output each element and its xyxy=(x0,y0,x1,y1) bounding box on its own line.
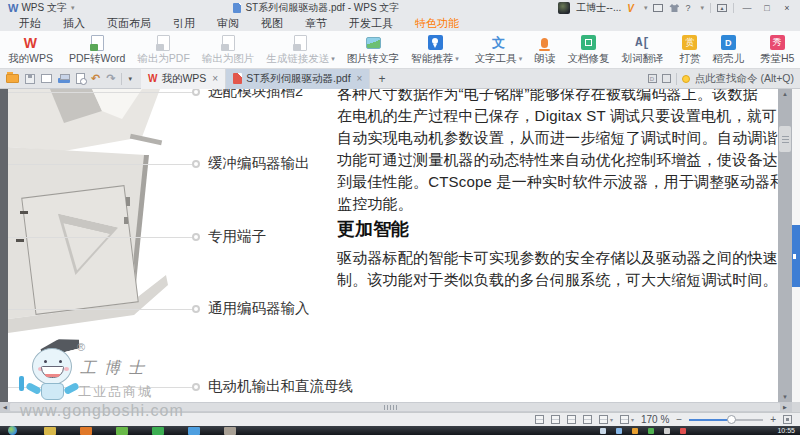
close-button[interactable]: × xyxy=(780,3,794,13)
fullscreen-icon[interactable] xyxy=(783,415,792,424)
microphone-icon xyxy=(541,38,548,48)
outline-view-icon[interactable] xyxy=(567,415,576,424)
vip-badge[interactable]: V xyxy=(627,3,634,14)
menu-tab-references[interactable]: 引用 xyxy=(162,16,206,31)
close-tab-icon[interactable]: × xyxy=(212,73,218,84)
pdf-to-word-icon xyxy=(91,35,104,51)
maximize-button[interactable]: □ xyxy=(760,3,774,13)
menu-tab-review[interactable]: 审阅 xyxy=(206,16,250,31)
ribbon-button-my-wps[interactable]: W 我的WPS xyxy=(2,33,59,67)
ribbon-button-reward[interactable]: 赏 打赏 xyxy=(673,33,706,67)
tray-icon[interactable] xyxy=(616,428,622,434)
document-heading: 更加智能 xyxy=(337,217,787,241)
new-tab-button[interactable]: + xyxy=(370,72,393,86)
page-view-icon[interactable] xyxy=(551,415,560,424)
fit-page-icon[interactable] xyxy=(535,415,544,424)
dropdown-caret-icon: ▾ xyxy=(610,416,613,423)
callout-label: 通用编码器输入 xyxy=(208,299,310,318)
zoom-slider[interactable] xyxy=(689,415,763,424)
open-icon[interactable] xyxy=(6,74,19,83)
text-tools-icon: 文 xyxy=(492,34,505,52)
print-icon[interactable] xyxy=(58,78,70,83)
ribbon-button-read-aloud[interactable]: 朗读 xyxy=(528,33,561,67)
briefcase-icon[interactable] xyxy=(653,4,663,12)
menu-tab-developer[interactable]: 开发工具 xyxy=(338,16,404,31)
xiutang-icon: 秀 xyxy=(770,35,785,50)
customize-toolbar-caret-icon[interactable]: ▾ xyxy=(128,75,135,83)
ribbon-collapse-icon[interactable] xyxy=(662,74,671,83)
ribbon-button-text-tools[interactable]: 文 文字工具▾ xyxy=(469,33,529,67)
find-command-area[interactable]: D 点此查找命令 (Alt+Q) xyxy=(648,72,800,86)
doc-tab-pdf[interactable]: ST系列伺服驱动器.pdf × xyxy=(226,69,370,89)
redo-icon[interactable]: ↷ xyxy=(106,72,115,85)
close-tab-icon[interactable]: × xyxy=(357,73,363,84)
taskbar-app-folder[interactable] xyxy=(44,427,56,435)
wps-logo-icon: W xyxy=(8,2,18,14)
start-button[interactable] xyxy=(8,426,17,435)
ribbon-button-smart-recommend[interactable]: 智能推荐▾ xyxy=(405,33,465,67)
undo-icon[interactable]: ↶ xyxy=(91,72,100,85)
user-name[interactable]: 工博士--... xyxy=(576,1,621,15)
export-icon[interactable] xyxy=(41,74,52,83)
web-view-icon[interactable] xyxy=(583,415,592,424)
tray-icon[interactable] xyxy=(664,428,670,434)
help-caret-icon[interactable]: ▾ xyxy=(700,4,704,12)
menu-tab-page-layout[interactable]: 页面布局 xyxy=(96,16,162,31)
eye-protect-icon[interactable] xyxy=(620,415,629,424)
user-avatar[interactable] xyxy=(558,2,570,14)
tray-icon[interactable] xyxy=(680,428,686,434)
scroll-right-icon[interactable]: ▶ xyxy=(780,402,790,412)
ribbon-button-image-to-text[interactable]: 图片转文字 xyxy=(341,33,406,67)
doc-tab-my-wps[interactable]: W 我的WPS × xyxy=(141,69,226,89)
vertical-scroll-thumb[interactable] xyxy=(779,126,791,152)
ribbon-button-docer[interactable]: D 稻壳儿 xyxy=(706,33,750,67)
save-icon[interactable] xyxy=(25,74,35,84)
page-options-icon[interactable] xyxy=(599,415,608,424)
zoom-out-button[interactable]: − xyxy=(676,414,682,425)
scroll-left-icon[interactable]: ◀ xyxy=(0,402,10,412)
tray-icon[interactable] xyxy=(600,428,606,434)
wps-w-icon: W xyxy=(24,35,37,51)
user-menu-caret-icon[interactable]: ▾ xyxy=(644,4,648,12)
menu-tab-section[interactable]: 章节 xyxy=(294,16,338,31)
document-line: 监控功能。 xyxy=(337,193,787,215)
tray-icon[interactable] xyxy=(632,428,638,434)
taskbar-app-5[interactable] xyxy=(188,427,200,435)
eye-protect-group[interactable]: ▾ xyxy=(620,415,634,424)
doc-mode-icon[interactable]: D xyxy=(648,74,657,83)
callout-dot xyxy=(192,305,200,313)
print-preview-icon[interactable] xyxy=(76,73,85,84)
zoom-in-button[interactable]: + xyxy=(770,414,776,425)
taskbar-app-3[interactable] xyxy=(116,427,128,435)
share-link-icon xyxy=(294,35,307,51)
horizontal-scroll-thumb[interactable] xyxy=(10,403,780,411)
reward-icon: 赏 xyxy=(682,35,697,50)
page-options-group[interactable]: ▾ xyxy=(599,415,613,424)
taskbar-app-4[interactable] xyxy=(152,427,164,435)
ribbon-button-doc-repair[interactable]: 文档修复 xyxy=(561,33,615,67)
menu-tab-home[interactable]: 开始 xyxy=(8,16,52,31)
ribbon-button-xiutang-h5[interactable]: 秀 秀堂H5 xyxy=(754,33,800,67)
skin-icon[interactable] xyxy=(669,4,679,12)
menu-tab-insert[interactable]: 插入 xyxy=(52,16,96,31)
horizontal-scrollbar[interactable]: ◀ ▶ xyxy=(0,402,800,412)
dropdown-caret-icon: ▾ xyxy=(631,416,634,423)
menu-tab-view[interactable]: 视图 xyxy=(250,16,294,31)
zoom-slider-knob[interactable] xyxy=(727,415,736,424)
taskbar-app-2[interactable] xyxy=(80,427,92,435)
tray-icon[interactable] xyxy=(648,428,654,434)
collapsed-panel-tab[interactable] xyxy=(792,225,800,287)
vertical-scrollbar[interactable]: ▲ ▼ xyxy=(778,89,792,402)
scroll-up-icon[interactable]: ▲ xyxy=(778,89,792,99)
help-icon[interactable]: ? xyxy=(685,3,690,13)
restore-up-icon[interactable]: ▲ xyxy=(717,4,727,12)
app-menu-button[interactable]: WPS 文字 xyxy=(21,1,67,15)
document-viewport[interactable]: 选配模块插槽2 缓冲编码器输出 专用端子 通用编码器输入 电动机输出和直流母线 … xyxy=(0,89,800,402)
ribbon-button-pdf-to-word[interactable]: PDF转Word xyxy=(63,33,131,67)
scroll-down-icon[interactable]: ▼ xyxy=(778,392,792,402)
callout-dot xyxy=(192,233,200,241)
ribbon-button-word-translate[interactable]: A[ 划词翻译 xyxy=(615,33,669,67)
minimize-button[interactable]: — xyxy=(740,3,754,13)
taskbar-app-6[interactable] xyxy=(224,427,236,435)
menu-tab-special-features[interactable]: 特色功能 xyxy=(404,16,470,31)
